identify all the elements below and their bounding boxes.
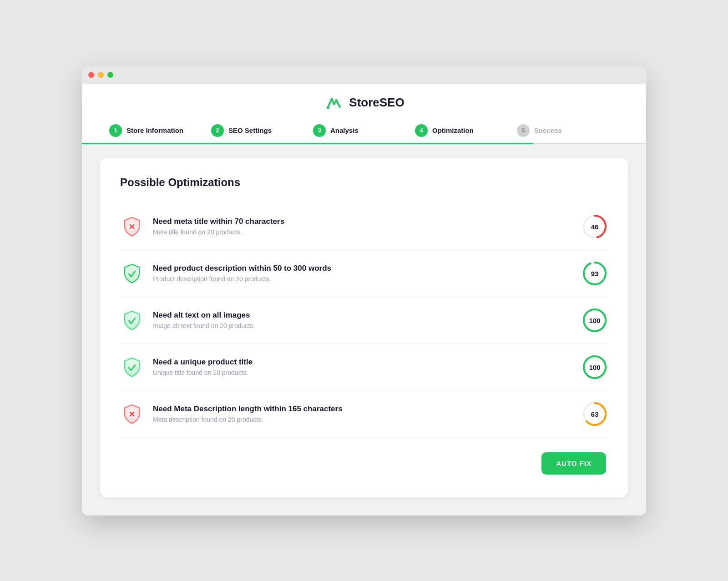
item-text: Need meta title within 70 characters Met… (153, 217, 572, 236)
list-item: Need Meta Description length within 165 … (120, 391, 608, 438)
item-text: Need product description within 50 to 30… (153, 264, 572, 283)
item-subtitle: Meta title found on 20 products. (153, 228, 572, 236)
step-2[interactable]: 2 SEO Settings (211, 124, 313, 144)
step-3[interactable]: 3 Analysis (313, 124, 415, 144)
step-4-circle: 4 (415, 124, 428, 137)
main-content: Possible Optimizations (82, 144, 646, 515)
shield-red-icon (120, 215, 144, 238)
svg-point-1 (335, 99, 338, 102)
score-value: 63 (591, 410, 599, 418)
step-2-label: SEO Settings (228, 126, 272, 134)
score-value: 46 (591, 222, 599, 230)
close-dot[interactable] (88, 72, 94, 78)
app-title: StoreSEO (349, 96, 404, 110)
score-circle-3: 100 (581, 307, 608, 333)
bottom-bar: AUTO FIX (120, 452, 608, 475)
svg-point-0 (327, 106, 329, 109)
shield-lightgreen-icon (120, 308, 144, 332)
item-text: Need alt text on all images Image alt-te… (153, 311, 572, 329)
step-3-circle: 3 (313, 124, 326, 137)
item-title: Need product description within 50 to 30… (153, 264, 572, 273)
score-circle-5: 63 (581, 401, 608, 427)
list-item: Need alt text on all images Image alt-te… (120, 297, 608, 344)
step-5[interactable]: 5 Success (517, 124, 619, 144)
item-text: Need Meta Description length within 165 … (153, 404, 572, 423)
item-text: Need a unique product title Unique title… (153, 358, 572, 376)
shield-lightgreen2-icon (120, 355, 144, 379)
step-4-label: Optimization (432, 126, 474, 134)
step-1[interactable]: 1 Store Information (109, 124, 211, 144)
list-item: Need product description within 50 to 30… (120, 250, 608, 297)
list-item: Need meta title within 70 characters Met… (120, 203, 608, 250)
item-subtitle: Unique title found on 20 products. (153, 369, 572, 376)
score-value: 100 (589, 316, 600, 324)
step-1-label: Store Information (126, 126, 183, 134)
item-subtitle: Image alt-text found on 20 products. (153, 322, 572, 329)
item-title: Need Meta Description length within 165 … (153, 404, 572, 414)
app-header: StoreSEO 1 Store Information 2 SEO Setti… (82, 84, 646, 144)
stepper-track-active (82, 143, 533, 144)
item-title: Need a unique product title (153, 358, 572, 367)
step-3-label: Analysis (330, 126, 359, 134)
app-window: StoreSEO 1 Store Information 2 SEO Setti… (82, 66, 646, 515)
titlebar (82, 66, 646, 84)
logo-icon (324, 92, 344, 113)
step-5-circle: 5 (517, 124, 530, 137)
score-circle-1: 46 (581, 213, 608, 240)
item-subtitle: Product description found on 20 products… (153, 275, 572, 283)
step-1-circle: 1 (109, 124, 122, 137)
card-title: Possible Optimizations (120, 176, 608, 189)
shield-green-icon (120, 262, 144, 285)
score-circle-2: 93 (581, 260, 608, 287)
score-value: 93 (591, 269, 599, 277)
maximize-dot[interactable] (107, 72, 113, 78)
item-title: Need alt text on all images (153, 311, 572, 320)
list-item: Need a unique product title Unique title… (120, 344, 608, 391)
optimizations-card: Possible Optimizations (100, 158, 628, 497)
score-value: 100 (589, 363, 600, 371)
stepper: 1 Store Information 2 SEO Settings 3 Ana… (82, 124, 646, 144)
minimize-dot[interactable] (98, 72, 104, 78)
step-4[interactable]: 4 Optimization (415, 124, 517, 144)
shield-red2-icon (120, 402, 144, 426)
item-subtitle: Meta description found on 20 products. (153, 416, 572, 423)
step-2-circle: 2 (211, 124, 224, 137)
step-5-label: Success (534, 126, 562, 134)
item-title: Need meta title within 70 characters (153, 217, 572, 226)
auto-fix-button[interactable]: AUTO FIX (541, 452, 606, 475)
logo-area: StoreSEO (324, 92, 404, 113)
score-circle-4: 100 (581, 354, 608, 380)
